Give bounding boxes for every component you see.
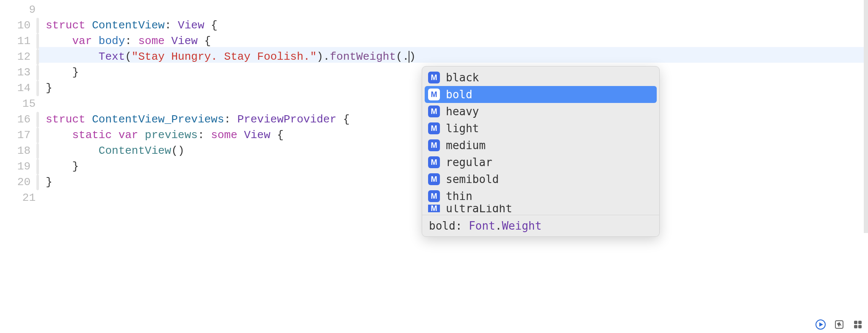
autocomplete-item-thin[interactable]: M thin — [425, 188, 657, 205]
svg-rect-3 — [854, 321, 857, 324]
line-number: 21 — [22, 190, 39, 206]
line-number: 13 — [17, 65, 34, 80]
autocomplete-label: semibold — [446, 173, 499, 186]
editor-bottom-toolbar — [815, 319, 864, 330]
autocomplete-item-heavy[interactable]: M heavy — [425, 103, 657, 120]
autocomplete-item-ultralight[interactable]: M ultraLight — [425, 205, 657, 212]
autocomplete-label: medium — [446, 139, 486, 152]
autocomplete-label: black — [446, 71, 479, 84]
svg-rect-6 — [858, 325, 862, 328]
line-number: 15 — [22, 96, 39, 112]
line-number: 10 — [17, 18, 34, 33]
member-icon: M — [428, 122, 440, 134]
autocomplete-item-light[interactable]: M light — [425, 120, 657, 137]
member-icon: M — [428, 156, 440, 168]
line-number: 18 — [17, 143, 34, 159]
library-button[interactable] — [852, 319, 864, 330]
run-preview-button[interactable] — [815, 319, 827, 330]
code-line[interactable] — [46, 2, 868, 18]
code-line[interactable]: struct ContentView: View { — [46, 18, 868, 33]
autocomplete-label: bold — [446, 88, 473, 101]
member-icon: M — [428, 72, 440, 83]
svg-marker-1 — [819, 322, 823, 327]
code-line[interactable]: Text("Stay Hungry. Stay Foolish.").fontW… — [46, 49, 868, 65]
autocomplete-label: heavy — [446, 105, 479, 118]
autocomplete-footer: bold: Font.Weight — [422, 215, 659, 236]
line-number: 17 — [17, 128, 34, 143]
code-line[interactable]: var body: some View { — [46, 33, 868, 49]
line-number: 14 — [17, 80, 34, 96]
member-icon: M — [428, 139, 440, 151]
member-icon: M — [428, 190, 440, 202]
member-icon: M — [428, 205, 440, 212]
line-number: 20 — [17, 175, 34, 190]
member-icon: M — [428, 105, 440, 117]
line-number: 9 — [29, 2, 39, 18]
svg-rect-5 — [854, 325, 857, 328]
autocomplete-item-regular[interactable]: M regular — [425, 154, 657, 171]
line-number: 19 — [17, 159, 34, 175]
member-icon: M — [428, 173, 440, 185]
minimap-scrollbar[interactable] — [864, 0, 868, 233]
autocomplete-item-bold[interactable]: M bold — [425, 86, 657, 103]
autocomplete-label: ultraLight — [446, 205, 512, 212]
line-number: 16 — [17, 112, 34, 128]
autocomplete-label: thin — [446, 190, 473, 203]
member-icon: M — [428, 89, 440, 100]
line-number: 11 — [17, 33, 34, 49]
svg-rect-4 — [858, 321, 862, 324]
autocomplete-item-medium[interactable]: M medium — [425, 137, 657, 154]
cursor-mode-button[interactable] — [833, 319, 845, 330]
autocomplete-list: M black M bold M heavy M light M medium … — [422, 67, 659, 215]
autocomplete-item-black[interactable]: M black — [425, 69, 657, 86]
autocomplete-label: light — [446, 122, 479, 135]
line-number: 12 — [17, 49, 34, 65]
autocomplete-item-semibold[interactable]: M semibold — [425, 171, 657, 188]
autocomplete-popup: M black M bold M heavy M light M medium … — [422, 66, 660, 237]
line-number-gutter: 9 10 11 12 13 14 15 16 17 18 19 20 21 — [0, 0, 39, 333]
autocomplete-label: regular — [446, 156, 492, 169]
